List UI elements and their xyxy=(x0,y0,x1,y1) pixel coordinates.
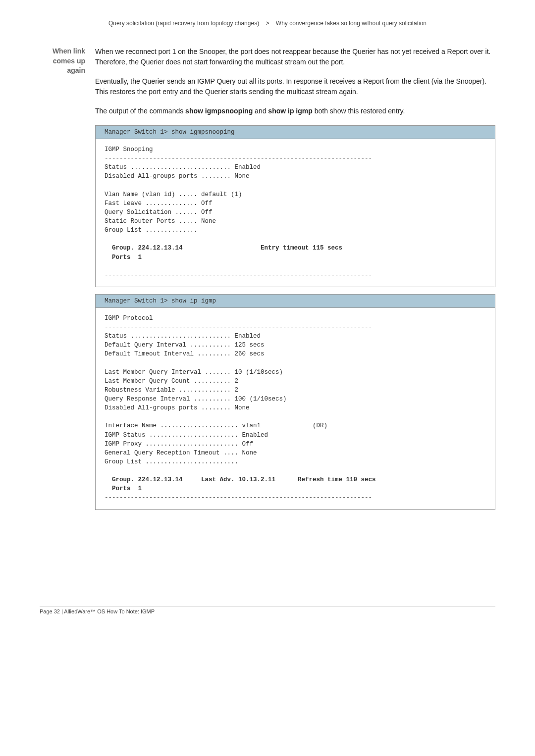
terminal-ipigmp: Manager Switch 1> show ip igmp IGMP Prot… xyxy=(95,294,495,510)
terminal-body-1: IGMP Snooping --------------------------… xyxy=(96,139,495,287)
paragraph-1: When we reconnect port 1 on the Snooper,… xyxy=(95,47,495,67)
t2-l10: Query Response Interval .......... 100 (… xyxy=(105,396,287,403)
t1-ports-line: Ports 1 xyxy=(105,254,142,261)
t2-l20: ----------------------------------------… xyxy=(105,494,372,501)
terminal-igmpsnooping: Manager Switch 1> show igmpsnooping IGMP… xyxy=(95,125,495,287)
t2-ports-line: Ports 1 xyxy=(105,485,142,492)
t2-l14: IGMP Status ........................ Ena… xyxy=(105,432,268,439)
p3-text-b: and xyxy=(253,107,268,115)
breadcrumb-sep: > xyxy=(266,20,269,27)
body-column: When we reconnect port 1 on the Snooper,… xyxy=(95,47,495,517)
t2-l17: Group List ......................... xyxy=(105,458,238,465)
t2-l3: Status ........................... Enabl… xyxy=(105,333,261,340)
terminal-header-1: Manager Switch 1> show igmpsnooping xyxy=(96,126,495,139)
t1-l9: Static Router Ports ..... None xyxy=(105,218,216,225)
side-label-line2: comes up xyxy=(40,56,85,66)
t2-l5: Default Timeout Interval ......... 260 s… xyxy=(105,351,265,357)
t1-l3: Status ........................... Enabl… xyxy=(105,164,261,171)
side-label-line1: When link xyxy=(40,47,85,56)
terminal-header-2: Manager Switch 1> show ip igmp xyxy=(96,295,495,308)
p3-cmd1: show igmpsnooping xyxy=(185,107,253,115)
section-side-label: When link comes up again xyxy=(40,47,85,76)
t2-l9: Robustness Variable .............. 2 xyxy=(105,387,238,394)
t1-l10: Group List .............. xyxy=(105,227,198,234)
main-content: When link comes up again When we reconne… xyxy=(40,47,495,517)
t1-group-line: Group. 224.12.13.14 Entry timeout 115 se… xyxy=(105,245,342,252)
t2-l8: Last Member Query Count .......... 2 xyxy=(105,378,238,385)
t1-l14: ----------------------------------------… xyxy=(105,272,372,279)
t2-l15: IGMP Proxy ......................... Off xyxy=(105,441,253,448)
t1-l4: Disabled All-groups ports ........ None xyxy=(105,173,250,180)
t1-l6: Vlan Name (vlan id) ..... default (1) xyxy=(105,191,242,198)
t2-l11: Disabled All-groups ports ........ None xyxy=(105,404,250,411)
paragraph-3: The output of the commands show igmpsnoo… xyxy=(95,106,495,116)
t1-l7: Fast Leave .............. Off xyxy=(105,200,213,207)
breadcrumb: Query solicitation (rapid recovery from … xyxy=(40,20,495,27)
side-label-line3: again xyxy=(40,66,85,76)
page-footer: Page 32 | AlliedWare™ OS How To Note: IG… xyxy=(40,606,495,614)
t2-l7: Last Member Query Interval ....... 10 (1… xyxy=(105,369,283,376)
t1-l1: IGMP Snooping xyxy=(105,146,153,153)
p3-cmd2: show ip igmp xyxy=(268,107,312,115)
t2-l2: ----------------------------------------… xyxy=(105,324,372,331)
breadcrumb-right: Why convergence takes so long without qu… xyxy=(276,20,427,27)
t2-l13: Interface Name ..................... vla… xyxy=(105,422,327,429)
t2-group-line: Group. 224.12.13.14 Last Adv. 10.13.2.11… xyxy=(105,476,376,483)
paragraph-2: Eventually, the Querier sends an IGMP Qu… xyxy=(95,76,495,97)
t2-l1: IGMP Protocol xyxy=(105,315,153,322)
t1-l8: Query Solicitation ...... Off xyxy=(105,209,213,216)
p3-text-a: The output of the commands xyxy=(95,107,185,115)
p3-text-c: both show this restored entry. xyxy=(313,107,405,115)
terminal-body-2: IGMP Protocol --------------------------… xyxy=(96,308,495,509)
breadcrumb-left: Query solicitation (rapid recovery from … xyxy=(108,20,259,27)
t2-l4: Default Query Interval ........... 125 s… xyxy=(105,342,265,349)
t1-l2: ----------------------------------------… xyxy=(105,155,372,162)
t2-l16: General Query Reception Timeout .... Non… xyxy=(105,450,257,456)
